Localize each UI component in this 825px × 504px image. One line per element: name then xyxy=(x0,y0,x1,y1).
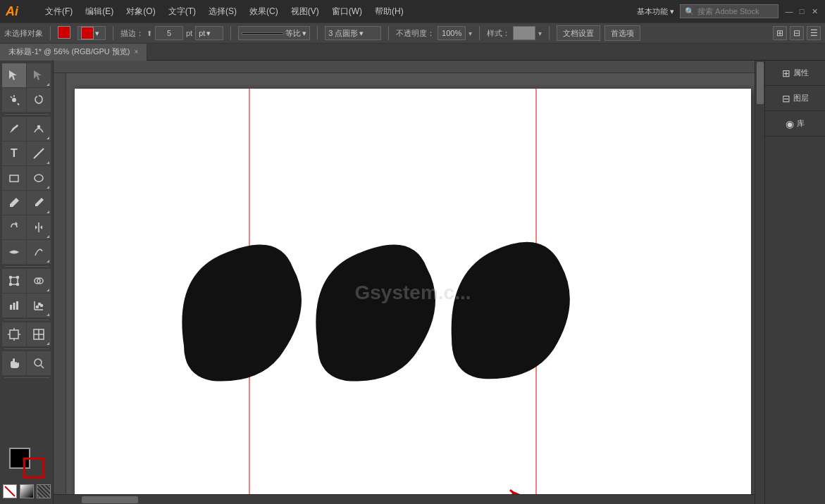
selection-tool-button[interactable] xyxy=(2,63,26,87)
document-tab[interactable]: 未标题-1* @ 56% (RGB/GPU 预览) × xyxy=(0,44,147,61)
horizontal-scrollbar[interactable] xyxy=(54,494,755,504)
menu-edit[interactable]: 编辑(E) xyxy=(80,4,119,19)
no-select-label: 未选择对象 xyxy=(4,28,43,39)
pattern-swatch[interactable] xyxy=(37,484,51,498)
svg-rect-18 xyxy=(13,303,15,310)
hand-tool-button[interactable] xyxy=(2,351,26,375)
paintbrush-tool-button[interactable] xyxy=(2,191,26,215)
curvature-tool-button[interactable] xyxy=(27,117,51,141)
rotate-tool-button[interactable] xyxy=(2,215,26,239)
type-tools-row: T xyxy=(2,141,51,165)
search-placeholder: 搜索 Adobe Stock xyxy=(697,6,759,17)
opacity-label: 不透明度： xyxy=(396,28,435,39)
magic-wand-tool-button[interactable] xyxy=(2,88,26,112)
lasso-tool-button[interactable] xyxy=(27,88,51,112)
window-controls: — □ ✕ xyxy=(784,6,819,16)
layers-panel-button[interactable]: ⊟ 图层 xyxy=(765,86,825,111)
ruler-left xyxy=(54,73,66,504)
document-tab-bar: 未标题-1* @ 56% (RGB/GPU 预览) × xyxy=(0,44,825,61)
doc-tab-close-button[interactable]: × xyxy=(135,48,139,56)
menu-select[interactable]: 选择(S) xyxy=(203,4,242,19)
library-panel-button[interactable]: ◉ 库 xyxy=(765,111,825,137)
properties-panel-button[interactable]: ⊞ 属性 xyxy=(765,61,825,86)
doc-tab-title: 未标题-1* @ 56% (RGB/GPU 预览) xyxy=(8,46,130,57)
pencil-tool-button[interactable] xyxy=(27,191,51,215)
points-dropdown[interactable]: 3 点圆形 ▾ xyxy=(325,26,381,40)
style-arrow[interactable]: ▾ xyxy=(538,30,542,37)
svg-rect-25 xyxy=(10,330,18,339)
stroke-dropdown[interactable]: ▾ xyxy=(77,26,106,40)
line-tool-button[interactable] xyxy=(27,141,51,165)
tools-separator-1 xyxy=(4,114,49,115)
points-section: 3 点圆形 ▾ xyxy=(325,26,381,40)
zoom-tool-button[interactable] xyxy=(27,351,51,375)
menu-file[interactable]: 文件(F) xyxy=(39,4,78,19)
stroke-color-box[interactable] xyxy=(23,458,44,479)
canvas-area[interactable]: Gsystem.c... xyxy=(54,61,764,504)
selection-tools-row xyxy=(2,63,51,87)
style-swatch[interactable] xyxy=(513,26,535,40)
stroke-value-input[interactable] xyxy=(155,26,183,40)
width-tools-row xyxy=(2,240,51,264)
tools-separator-5 xyxy=(4,377,49,378)
ellipse-tool-button[interactable] xyxy=(27,166,51,190)
rectangle-tool-button[interactable] xyxy=(2,166,26,190)
shape-builder-button[interactable] xyxy=(27,269,51,293)
warp-tool-button[interactable] xyxy=(27,240,51,264)
svg-point-13 xyxy=(10,284,12,286)
library-label: 库 xyxy=(797,118,805,129)
stroke-style-section: 等比 ▾ xyxy=(238,26,310,40)
gradient-swatch[interactable] xyxy=(20,484,34,498)
scatter-graph-button[interactable] xyxy=(27,294,51,317)
stroke-line-dropdown[interactable]: 等比 ▾ xyxy=(238,26,310,40)
stroke-width-section: 描边： ⬆ pt pt ▾ xyxy=(120,26,223,40)
type-tool-button[interactable]: T xyxy=(2,141,26,165)
free-transform-button[interactable] xyxy=(2,269,26,293)
doc-setup-button[interactable]: 文档设置 xyxy=(557,25,600,41)
brush-tools-row xyxy=(2,191,51,215)
artboard-tool-button[interactable] xyxy=(2,322,26,346)
menu-object[interactable]: 对象(O) xyxy=(120,4,161,19)
menu-help[interactable]: 帮助(H) xyxy=(369,4,409,19)
graph-tools-row xyxy=(2,294,51,317)
pen-tool-button[interactable] xyxy=(2,117,26,141)
stroke-color-picker[interactable] xyxy=(58,26,75,40)
width-tool-button[interactable] xyxy=(2,240,26,264)
stroke-up-arrow[interactable]: ⬆ xyxy=(147,30,152,37)
panel-toggle-button[interactable]: ⊞ xyxy=(773,26,787,40)
slice-tool-button[interactable] xyxy=(27,322,51,346)
main-area: T xyxy=(0,61,825,504)
vertical-scrollbar-thumb[interactable] xyxy=(757,62,764,104)
maximize-button[interactable]: □ xyxy=(797,6,807,16)
menu-effect[interactable]: 效果(C) xyxy=(244,4,284,19)
horizontal-scrollbar-thumb[interactable] xyxy=(82,496,138,503)
none-swatch[interactable] xyxy=(3,484,17,498)
divider2 xyxy=(113,26,113,40)
hand-tools-row xyxy=(2,351,51,375)
prefs-button[interactable]: 首选项 xyxy=(604,25,640,41)
svg-point-2 xyxy=(12,98,16,102)
workspace-dropdown[interactable]: 基本功能 ▾ xyxy=(637,6,674,17)
artboard[interactable]: Gsystem.c... xyxy=(75,89,751,497)
fill-stroke-area xyxy=(9,448,44,479)
minimize-button[interactable]: — xyxy=(784,6,794,16)
opacity-arrow[interactable]: ▾ xyxy=(469,30,472,37)
stroke-unit-dropdown[interactable]: pt ▾ xyxy=(195,26,223,40)
menu-window[interactable]: 窗口(W) xyxy=(326,4,368,19)
opacity-input[interactable] xyxy=(438,26,466,40)
vertical-scrollbar[interactable] xyxy=(755,61,764,504)
divider1 xyxy=(50,26,51,40)
menu-text[interactable]: 文字(T) xyxy=(163,4,201,19)
column-graph-button[interactable] xyxy=(2,294,26,317)
ai-logo: Ai xyxy=(6,4,31,19)
panel-grid-button[interactable]: ⊟ xyxy=(790,26,804,40)
direct-selection-tool-button[interactable] xyxy=(27,63,51,87)
svg-line-34 xyxy=(41,365,44,368)
reflect-tool-button[interactable] xyxy=(27,215,51,239)
menu-view[interactable]: 视图(V) xyxy=(285,4,325,19)
panel-menu-button[interactable]: ☰ xyxy=(807,26,821,40)
close-button[interactable]: ✕ xyxy=(810,6,819,16)
search-stock[interactable]: 🔍 搜索 Adobe Stock xyxy=(680,4,779,18)
svg-line-5 xyxy=(34,149,44,158)
shape-tools-row xyxy=(2,166,51,190)
